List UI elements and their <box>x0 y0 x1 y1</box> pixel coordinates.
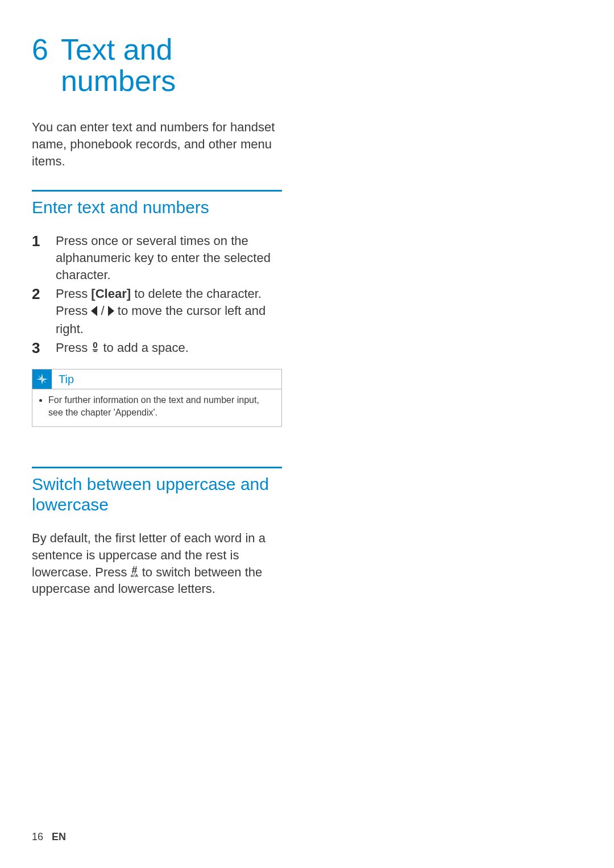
right-arrow-icon <box>108 304 114 321</box>
clear-key-label: [Clear] <box>91 286 131 301</box>
page-number: 16 <box>32 831 43 842</box>
steps-list: 1 Press once or several times on the alp… <box>32 232 282 358</box>
tip-asterisk-icon <box>32 369 52 389</box>
step-body: Press [Clear] to delete the character. P… <box>56 285 282 337</box>
step-body: Press once or several times on the alpha… <box>56 232 282 283</box>
tip-box: Tip For further information on the text … <box>32 369 282 427</box>
svg-text:0: 0 <box>93 340 98 350</box>
slash: / <box>97 304 107 318</box>
svg-marker-10 <box>38 379 42 383</box>
svg-rect-1 <box>93 350 98 351</box>
step-3: 3 Press 0 to add a space. <box>32 339 282 358</box>
svg-rect-2 <box>94 351 97 352</box>
section-rule <box>32 190 282 192</box>
chapter-title: 6 Text and numbers <box>32 34 282 96</box>
text: Press <box>56 286 91 301</box>
step-number: 3 <box>32 339 45 358</box>
step-body: Press 0 to add a space. <box>56 339 282 358</box>
svg-marker-8 <box>42 379 46 383</box>
intro-paragraph: You can enter text and numbers for hands… <box>32 119 282 169</box>
tip-label: Tip <box>52 373 74 386</box>
chapter-title-text: Text and numbers <box>61 34 282 96</box>
step-1: 1 Press once or several times on the alp… <box>32 232 282 283</box>
case-paragraph: By default, the first letter of each wor… <box>32 530 282 597</box>
section-heading-enter: Enter text and numbers <box>32 197 282 218</box>
tip-body: For further information on the text and … <box>32 389 281 426</box>
text: to add a space. <box>99 340 189 355</box>
tip-text: For further information on the text and … <box>48 394 275 418</box>
svg-marker-9 <box>42 375 46 379</box>
section-rule <box>32 467 282 468</box>
step-number: 2 <box>32 285 45 337</box>
section-heading-case: Switch between uppercase and lowercase <box>32 474 282 515</box>
page-language: EN <box>52 831 66 842</box>
hash-key-icon: #a/A <box>131 567 139 577</box>
page-footer: 16 EN <box>32 831 66 843</box>
tip-header: Tip <box>32 369 281 389</box>
chapter-number: 6 <box>32 34 48 65</box>
zero-key-icon: 0 <box>91 340 99 358</box>
step-2: 2 Press [Clear] to delete the character.… <box>32 285 282 337</box>
svg-marker-7 <box>38 375 42 379</box>
step-number: 1 <box>32 232 45 283</box>
text: Press <box>56 340 91 355</box>
left-arrow-icon <box>91 304 97 321</box>
